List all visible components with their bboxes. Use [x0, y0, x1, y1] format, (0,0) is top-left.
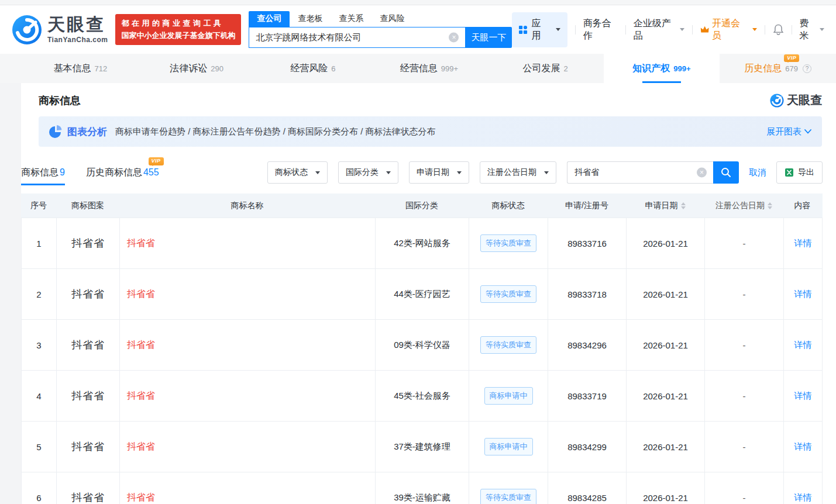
company-search-input[interactable]	[249, 27, 465, 48]
search-type-tab[interactable]: 查风险	[371, 11, 412, 27]
trademark-search-input[interactable]	[567, 161, 713, 184]
sort-icon[interactable]	[681, 202, 686, 209]
apps-label: 应用	[532, 18, 548, 42]
status-badge: 等待实质审查	[480, 489, 536, 504]
open-vip-button[interactable]: 开通会员	[700, 18, 757, 42]
reg-no-cell: 89833719	[548, 371, 627, 421]
chart-analysis-items[interactable]: 商标申请年份趋势 / 商标注册公告年份趋势 / 商标国际分类分布 / 商标法律状…	[115, 126, 436, 137]
column-header: 商标状态	[469, 201, 548, 211]
company-tab[interactable]: 历史信息 VIP 679 ?	[720, 54, 836, 83]
detail-link[interactable]: 详情	[794, 289, 812, 300]
tab-count: 2	[564, 64, 568, 73]
trademark-name-cell[interactable]: 抖省省	[120, 218, 376, 268]
row-no: 5	[36, 442, 41, 452]
table-row: 4 抖省省 抖省省 45类-社会服务 商标申请中 89833719 2026-0…	[21, 371, 823, 422]
reg-no: 89833719	[567, 391, 607, 401]
trademark-name-cell[interactable]: 抖省省	[120, 269, 376, 319]
detail-link[interactable]: 详情	[794, 340, 812, 351]
search-type-tab[interactable]: 查关系	[331, 11, 371, 27]
logo-subtitle: TianYanCha.com	[47, 36, 108, 44]
notifications-button[interactable]	[773, 24, 784, 36]
nav-link-enterprise[interactable]: 企业级产品	[634, 18, 684, 42]
sort-icon[interactable]	[768, 202, 772, 209]
trademark-subtab[interactable]: 商标信息9	[21, 160, 65, 185]
company-tab[interactable]: 公司发展 2	[487, 54, 604, 83]
filter-label: 注册公告日期	[487, 167, 536, 178]
user-menu[interactable]: 费米	[799, 18, 824, 42]
detail-link[interactable]: 详情	[794, 391, 812, 402]
detail-link[interactable]: 详情	[794, 492, 812, 503]
pie-chart-icon	[49, 125, 62, 138]
intl-class-cell: 42类-网站服务	[376, 218, 469, 268]
action-cell: 详情	[784, 472, 822, 504]
trademark-image-cell[interactable]: 抖省省	[57, 269, 120, 319]
trademark-image-cell[interactable]: 抖省省	[57, 422, 120, 472]
trademark-image-cell[interactable]: 抖省省	[57, 218, 120, 268]
nav-link-cooperation[interactable]: 商务合作	[583, 18, 618, 42]
filter-dropdown[interactable]: 申请日期	[409, 161, 469, 184]
detail-link[interactable]: 详情	[794, 238, 812, 249]
tm-image: 抖省省	[71, 440, 105, 454]
apps-menu-button[interactable]: 应用	[512, 12, 567, 47]
apply-date-cell: 2026-01-21	[627, 472, 705, 504]
watermark-logo: 天眼查	[770, 92, 822, 108]
watermark-text: 天眼查	[787, 92, 822, 108]
filter-dropdown[interactable]: 注册公告日期	[480, 161, 556, 184]
th-label: 注册公告日期	[715, 201, 765, 211]
action-cell: 详情	[784, 320, 822, 370]
search-type-tab[interactable]: 查老板	[290, 11, 331, 27]
trademark-image-cell[interactable]: 抖省省	[57, 472, 120, 504]
apply-date-cell: 2026-01-21	[627, 269, 705, 319]
help-icon[interactable]: ?	[803, 64, 811, 73]
cancel-search-link[interactable]: 取消	[749, 167, 766, 178]
trademark-name-cell[interactable]: 抖省省	[120, 371, 376, 421]
table-search-button[interactable]	[713, 161, 739, 184]
company-tab[interactable]: 法律诉讼 290	[139, 54, 255, 83]
vip-badge: VIP	[784, 54, 799, 63]
trademark-name-cell[interactable]: 抖省省	[120, 320, 376, 370]
column-header: 申请日期	[626, 201, 704, 211]
trademark-name-cell[interactable]: 抖省省	[120, 472, 376, 504]
search-submit-button[interactable]: 天眼一下	[465, 27, 512, 48]
th-label: 国际分类	[405, 201, 438, 211]
intl-class: 09类-科学仪器	[394, 340, 450, 351]
status-badge: 商标申请中	[484, 438, 533, 455]
trademark-image-cell[interactable]: 抖省省	[57, 371, 120, 421]
search-type-tab[interactable]: 查公司	[249, 11, 290, 27]
trademark-name-cell[interactable]: 抖省省	[120, 422, 376, 472]
action-cell: 详情	[784, 218, 822, 268]
expand-charts-button[interactable]: 展开图表	[766, 126, 811, 137]
export-button[interactable]: 导出	[776, 161, 823, 184]
top-strip	[0, 0, 836, 5]
divider	[692, 25, 693, 34]
apply-date-cell: 2026-01-21	[627, 218, 705, 268]
announce-date-cell: -	[705, 269, 784, 319]
intl-class-cell: 37类-建筑修理	[376, 422, 469, 472]
promo-line2: 国家中小企业发展子基金旗下机构	[121, 30, 235, 42]
site-logo[interactable]: 天眼查 TianYanCha.com	[12, 15, 108, 45]
tab-label: 知识产权	[632, 63, 670, 73]
action-cell: 详情	[784, 269, 822, 319]
trademark-subtab[interactable]: 历史商标信息455 VIP	[86, 160, 159, 185]
detail-link[interactable]: 详情	[794, 441, 812, 453]
table-search: ×	[567, 161, 739, 184]
status-cell: 等待实质审查	[469, 472, 548, 504]
action-cell: 详情	[784, 371, 822, 421]
divider	[625, 25, 626, 34]
announce-date: -	[743, 391, 746, 401]
company-tab[interactable]: 经营风险 6	[254, 54, 371, 83]
row-index-cell: 2	[22, 269, 57, 319]
company-tab[interactable]: 基本信息 712	[22, 54, 139, 83]
clear-icon[interactable]: ×	[697, 168, 707, 178]
trademark-image-cell[interactable]: 抖省省	[57, 320, 120, 370]
company-tab[interactable]: 经营信息 999+	[371, 54, 487, 83]
filter-dropdown[interactable]: 国际分类	[338, 161, 398, 184]
chart-analysis-label[interactable]: 图表分析	[67, 125, 107, 139]
filter-dropdown[interactable]: 商标状态	[267, 161, 328, 184]
status-badge: 等待实质审查	[480, 336, 536, 354]
column-header: 申请/注册号	[548, 201, 626, 211]
chevron-down-icon	[556, 28, 560, 31]
company-tab[interactable]: 知识产权 999+	[604, 54, 720, 83]
intl-class: 44类-医疗园艺	[394, 289, 450, 300]
clear-icon[interactable]: ×	[449, 33, 459, 43]
